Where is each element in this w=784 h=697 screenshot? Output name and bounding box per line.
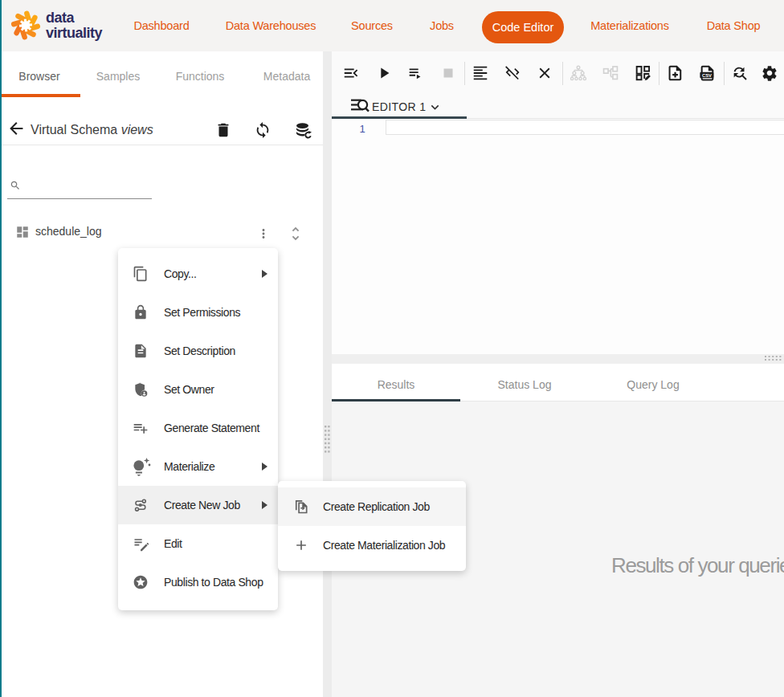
svg-text:CSV: CSV bbox=[702, 73, 712, 78]
